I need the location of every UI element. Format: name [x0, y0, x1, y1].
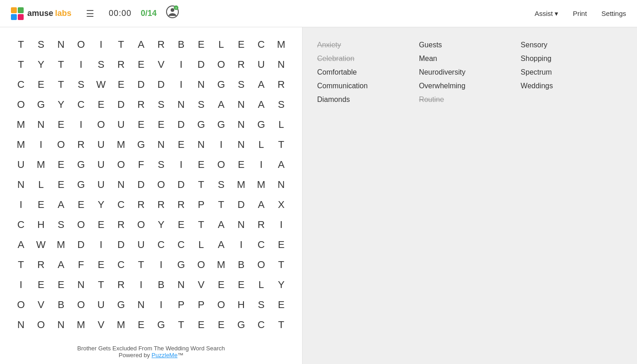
word-search-grid[interactable]: TSNOITARBELECMTYTISREVIDORUNCETSWEDDINGS…: [11, 35, 291, 341]
cell[interactable]: O: [71, 215, 91, 235]
cell[interactable]: L: [191, 235, 211, 255]
word-item[interactable]: Overwhelming: [419, 79, 521, 93]
cell[interactable]: I: [151, 255, 171, 275]
cell[interactable]: O: [131, 215, 151, 235]
cell[interactable]: N: [231, 215, 251, 235]
cell[interactable]: E: [211, 315, 231, 335]
cell[interactable]: G: [231, 315, 251, 335]
cell[interactable]: O: [211, 55, 231, 75]
cell[interactable]: M: [211, 255, 231, 275]
cell[interactable]: M: [111, 135, 131, 155]
cell[interactable]: I: [251, 155, 271, 175]
cell[interactable]: S: [51, 215, 71, 235]
cell[interactable]: E: [151, 115, 171, 135]
cell[interactable]: G: [191, 115, 211, 135]
cell[interactable]: G: [31, 95, 51, 115]
cell[interactable]: Y: [91, 195, 111, 215]
cell[interactable]: T: [131, 255, 151, 275]
cell[interactable]: V: [31, 295, 51, 315]
cell[interactable]: D: [71, 235, 91, 255]
cell[interactable]: U: [91, 175, 111, 195]
cell[interactable]: L: [31, 175, 51, 195]
cell[interactable]: D: [111, 95, 131, 115]
word-item[interactable]: Comfortable: [317, 66, 419, 79]
cell[interactable]: M: [251, 175, 271, 195]
cell[interactable]: N: [231, 115, 251, 135]
cell[interactable]: N: [111, 175, 131, 195]
cell[interactable]: A: [211, 215, 231, 235]
cell[interactable]: E: [271, 295, 291, 315]
cell[interactable]: N: [51, 35, 71, 55]
cell[interactable]: I: [31, 135, 51, 155]
cell[interactable]: D: [131, 75, 151, 95]
cell[interactable]: S: [91, 55, 111, 75]
cell[interactable]: S: [71, 75, 91, 95]
cell[interactable]: E: [171, 135, 191, 155]
cell[interactable]: E: [71, 195, 91, 215]
cell[interactable]: E: [231, 155, 251, 175]
cell[interactable]: E: [131, 315, 151, 335]
word-item[interactable]: Weddings: [521, 79, 622, 93]
print-button[interactable]: Print: [573, 10, 587, 17]
cell[interactable]: E: [31, 75, 51, 95]
cell[interactable]: S: [191, 95, 211, 115]
cell[interactable]: I: [151, 295, 171, 315]
cell[interactable]: P: [171, 295, 191, 315]
cell[interactable]: O: [211, 155, 231, 175]
cell[interactable]: T: [211, 195, 231, 215]
cell[interactable]: U: [111, 115, 131, 135]
cell[interactable]: N: [171, 275, 191, 295]
cell[interactable]: A: [51, 255, 71, 275]
cell[interactable]: E: [231, 35, 251, 55]
cell[interactable]: M: [71, 315, 91, 335]
assist-button[interactable]: Assist ▾: [535, 10, 558, 18]
cell[interactable]: C: [111, 195, 131, 215]
cell[interactable]: I: [171, 75, 191, 95]
cell[interactable]: W: [91, 75, 111, 95]
cell[interactable]: H: [31, 215, 51, 235]
cell[interactable]: A: [251, 75, 271, 95]
word-item[interactable]: Sensory: [521, 38, 622, 52]
profile-button[interactable]: +: [166, 5, 179, 22]
cell[interactable]: G: [251, 115, 271, 135]
menu-button[interactable]: ☰: [82, 6, 98, 21]
cell[interactable]: E: [51, 175, 71, 195]
word-item[interactable]: Guests: [419, 38, 521, 52]
cell[interactable]: S: [151, 95, 171, 115]
cell[interactable]: S: [211, 175, 231, 195]
cell[interactable]: G: [211, 75, 231, 95]
cell[interactable]: R: [251, 215, 271, 235]
cell[interactable]: S: [31, 35, 51, 55]
cell[interactable]: O: [31, 315, 51, 335]
cell[interactable]: E: [91, 215, 111, 235]
cell[interactable]: R: [131, 95, 151, 115]
cell[interactable]: T: [111, 35, 131, 55]
cell[interactable]: I: [11, 275, 31, 295]
cell[interactable]: O: [51, 135, 71, 155]
cell[interactable]: B: [151, 275, 171, 295]
cell[interactable]: C: [251, 235, 271, 255]
cell[interactable]: S: [251, 295, 271, 315]
cell[interactable]: I: [211, 135, 231, 155]
cell[interactable]: Y: [271, 275, 291, 295]
cell[interactable]: N: [131, 295, 151, 315]
cell[interactable]: E: [51, 115, 71, 135]
cell[interactable]: D: [171, 175, 191, 195]
cell[interactable]: M: [231, 175, 251, 195]
cell[interactable]: R: [171, 195, 191, 215]
cell[interactable]: I: [271, 215, 291, 235]
cell[interactable]: G: [171, 255, 191, 275]
cell[interactable]: D: [151, 75, 171, 95]
cell[interactable]: E: [211, 275, 231, 295]
cell[interactable]: M: [11, 115, 31, 135]
cell[interactable]: D: [191, 55, 211, 75]
cell[interactable]: A: [131, 35, 151, 55]
cell[interactable]: I: [231, 235, 251, 255]
cell[interactable]: A: [251, 95, 271, 115]
cell[interactable]: M: [51, 235, 71, 255]
cell[interactable]: T: [11, 35, 31, 55]
cell[interactable]: N: [31, 115, 51, 135]
cell[interactable]: N: [51, 315, 71, 335]
cell[interactable]: G: [111, 295, 131, 315]
cell[interactable]: O: [191, 255, 211, 275]
